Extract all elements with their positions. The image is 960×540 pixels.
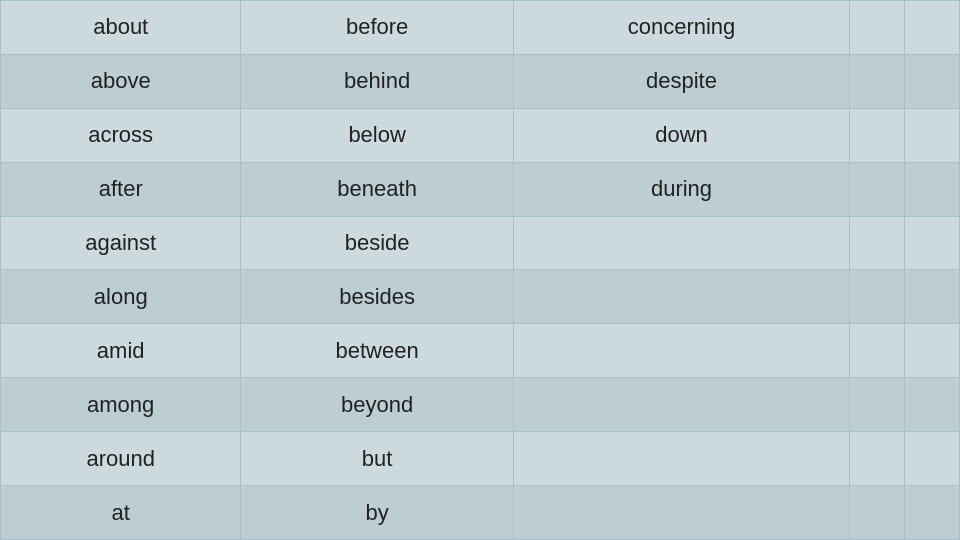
table-cell	[905, 108, 960, 162]
table-cell	[905, 270, 960, 324]
table-cell: beyond	[241, 378, 513, 432]
table-cell: above	[1, 54, 241, 108]
table-cell: among	[1, 378, 241, 432]
prepositions-table: aboutbeforeconcerningabovebehinddespitea…	[0, 0, 960, 540]
table-cell: amid	[1, 324, 241, 378]
table-row: alongbesides	[1, 270, 960, 324]
table-cell	[513, 270, 849, 324]
table-row: acrossbelowdown	[1, 108, 960, 162]
table-cell	[905, 378, 960, 432]
table-row: atby	[1, 486, 960, 540]
table-cell: during	[513, 162, 849, 216]
table-cell: despite	[513, 54, 849, 108]
table-cell: against	[1, 216, 241, 270]
table-cell	[850, 54, 905, 108]
table-cell	[850, 378, 905, 432]
table-row: afterbeneathduring	[1, 162, 960, 216]
table-cell	[905, 324, 960, 378]
table-cell: below	[241, 108, 513, 162]
table-cell: between	[241, 324, 513, 378]
table-cell: beside	[241, 216, 513, 270]
table-cell	[850, 216, 905, 270]
table-cell	[905, 54, 960, 108]
table-cell	[513, 324, 849, 378]
table-cell	[513, 486, 849, 540]
table-cell: around	[1, 432, 241, 486]
table-cell	[905, 216, 960, 270]
table-cell	[905, 162, 960, 216]
table-row: amidbetween	[1, 324, 960, 378]
table-cell	[905, 1, 960, 55]
table-cell	[850, 324, 905, 378]
table-cell: behind	[241, 54, 513, 108]
table-cell	[905, 486, 960, 540]
table-cell	[850, 162, 905, 216]
table-row: aboutbeforeconcerning	[1, 1, 960, 55]
table-cell	[850, 432, 905, 486]
table-cell	[513, 378, 849, 432]
table-cell: along	[1, 270, 241, 324]
table-cell: about	[1, 1, 241, 55]
table-cell	[513, 216, 849, 270]
table-cell: after	[1, 162, 241, 216]
table-cell: before	[241, 1, 513, 55]
table-cell: besides	[241, 270, 513, 324]
table-cell	[850, 1, 905, 55]
table-cell: down	[513, 108, 849, 162]
table-row: aroundbut	[1, 432, 960, 486]
table-row: amongbeyond	[1, 378, 960, 432]
table-cell: across	[1, 108, 241, 162]
table-cell	[850, 108, 905, 162]
table-cell: concerning	[513, 1, 849, 55]
table-cell: by	[241, 486, 513, 540]
table-cell: but	[241, 432, 513, 486]
table-cell	[513, 432, 849, 486]
table-row: abovebehinddespite	[1, 54, 960, 108]
table-cell	[850, 270, 905, 324]
table-cell: beneath	[241, 162, 513, 216]
table-row: againstbeside	[1, 216, 960, 270]
table-cell	[905, 432, 960, 486]
table-cell: at	[1, 486, 241, 540]
table-cell	[850, 486, 905, 540]
